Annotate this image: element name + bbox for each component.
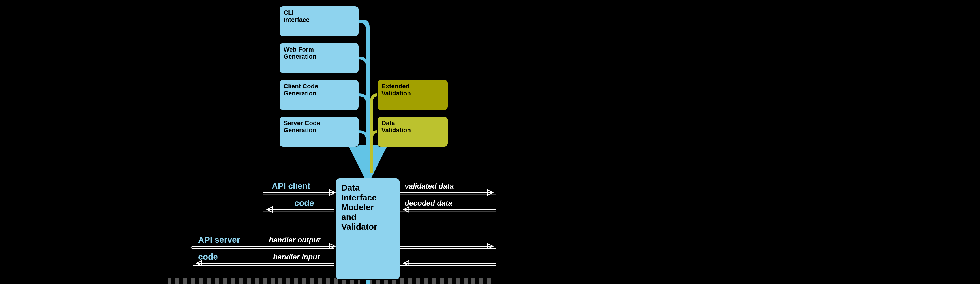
core-line3: Modeler: [341, 203, 374, 212]
core-line1: Data: [341, 183, 360, 192]
node-extended-validation: Extended Validation: [377, 79, 448, 110]
node-line2: Generation: [283, 126, 317, 134]
connector-layer: [0, 0, 980, 284]
node-line1: Data: [382, 120, 395, 126]
node-cli-interface: CLI Interface: [279, 6, 359, 37]
label-code-1: code: [294, 198, 314, 208]
node-line2: Generation: [283, 90, 317, 97]
node-data-validation: Data Validation: [377, 116, 448, 147]
node-line1: Client Code: [283, 83, 318, 90]
label-decoded-data: decoded data: [405, 199, 452, 207]
label-code-2: code: [198, 252, 218, 262]
core-line2: Interface: [341, 193, 377, 202]
label-validated-data: validated data: [405, 182, 453, 191]
node-server-code-generation: Server Code Generation: [279, 116, 359, 147]
node-line1: CLI: [283, 9, 293, 16]
node-line2: Validation: [382, 90, 411, 97]
node-line2: Interface: [283, 16, 310, 23]
node-line1: Web Form: [283, 46, 314, 53]
label-handler-output: handler output: [269, 236, 320, 244]
core-line4: and: [341, 212, 356, 222]
node-client-code-generation: Client Code Generation: [279, 79, 359, 110]
diagram-canvas: CLI Interface Web Form Generation Client…: [0, 0, 980, 284]
label-handler-input: handler input: [273, 252, 320, 261]
core-line5: Validator: [341, 222, 377, 231]
label-api-client: API client: [272, 181, 310, 191]
node-line1: Server Code: [283, 120, 320, 126]
node-line2: Generation: [283, 53, 317, 60]
node-line1: Extended: [382, 83, 409, 90]
node-line2: Validation: [382, 126, 411, 134]
node-web-form-generation: Web Form Generation: [279, 43, 359, 73]
node-core-modeler-validator: Data Interface Modeler and Validator: [336, 178, 400, 280]
label-api-server: API server: [198, 235, 240, 245]
hatch-bar-left: [167, 278, 360, 284]
